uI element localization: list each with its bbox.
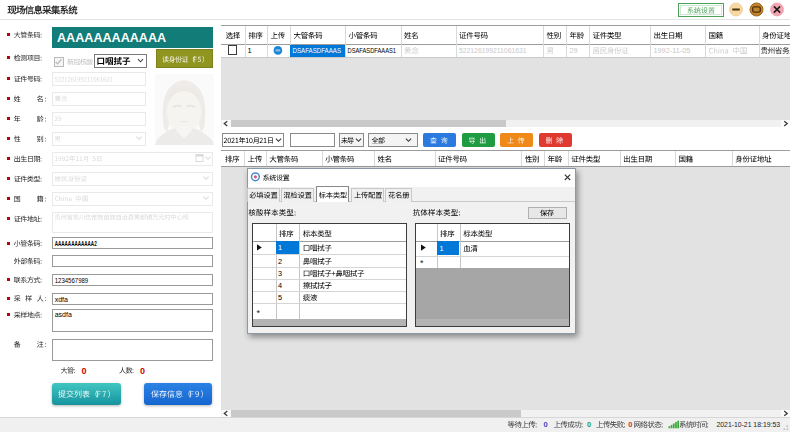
- svg-text:0: 0: [140, 366, 145, 376]
- svg-text:0: 0: [82, 366, 87, 376]
